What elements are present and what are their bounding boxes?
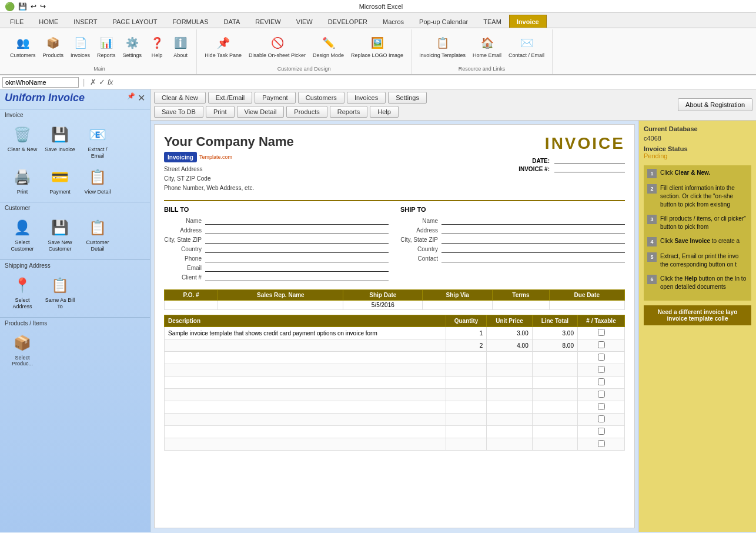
panel-btn-select-product[interactable]: 📦 Select Produc... (5, 330, 40, 370)
panel-btn-extract-email[interactable]: 📧 Extract / Email (80, 122, 115, 162)
save-icon[interactable]: 💾 (18, 2, 27, 11)
ribbon-btn-replace-logo[interactable]: 🖼️ Replace LOGO Image (348, 33, 406, 60)
action-btn-print[interactable]: Print (206, 106, 235, 118)
ribbon-btn-hide-task[interactable]: 📌 Hide Task Pane (202, 33, 245, 60)
formula-input[interactable] (115, 79, 754, 86)
item-desc-4[interactable] (165, 377, 446, 389)
panel-btn-view-detail[interactable]: 📋 View Detail (80, 164, 115, 198)
po-cell-terms[interactable] (493, 301, 549, 310)
bill-email-input[interactable] (205, 264, 389, 272)
panel-btn-clear-new[interactable]: 🗑️ Clear & New (5, 122, 40, 162)
item-desc-0[interactable]: Sample invoice template that shows credi… (165, 327, 446, 339)
item-qty-1[interactable]: 2 (446, 339, 487, 352)
bill-client-input[interactable] (205, 273, 389, 281)
item-desc-8[interactable] (165, 426, 446, 438)
item-desc-5[interactable] (165, 389, 446, 401)
action-btn-reports[interactable]: Reports (330, 106, 368, 118)
ribbon-btn-help[interactable]: ❓ Help (146, 33, 168, 60)
panel-btn-customer-detail[interactable]: 📋 Customer Detail (80, 215, 115, 255)
date-line[interactable] (554, 158, 625, 164)
tab-formulas[interactable]: FORMULAS (165, 15, 216, 28)
invoice-num-line[interactable] (554, 166, 625, 172)
action-btn-invoices[interactable]: Invoices (347, 92, 386, 104)
redo-icon[interactable]: ↪ (40, 2, 46, 11)
item-qty-2[interactable] (446, 352, 487, 364)
item-desc-6[interactable] (165, 401, 446, 414)
tab-popup-calendar[interactable]: Pop-up Calendar (412, 15, 476, 28)
po-cell-ship-via[interactable] (423, 301, 493, 310)
tab-team[interactable]: TEAM (476, 15, 509, 28)
item-total-2[interactable] (532, 352, 577, 364)
ribbon-btn-disable-picker[interactable]: 🚫 Disable On-sheet Picker (246, 33, 309, 60)
ribbon-btn-design-mode[interactable]: ✏️ Design Mode (310, 33, 347, 60)
ribbon-btn-about[interactable]: ℹ️ About (169, 33, 192, 60)
item-taxable-1[interactable] (578, 339, 625, 352)
ribbon-btn-home-email[interactable]: 🏠 Home Email (470, 33, 504, 60)
panel-btn-payment[interactable]: 💳 Payment (42, 164, 78, 198)
about-registration-btn[interactable]: About & Registration (678, 98, 752, 111)
po-cell-due-date[interactable] (549, 301, 624, 310)
bill-country-input[interactable] (205, 245, 389, 253)
action-btn-view-detail[interactable]: View Detail (237, 106, 285, 118)
item-desc-9[interactable] (165, 438, 446, 451)
ship-contact-input[interactable] (441, 254, 625, 262)
item-desc-1[interactable] (165, 339, 446, 352)
item-taxable-0[interactable] (578, 327, 625, 339)
item-qty-0[interactable]: 1 (446, 327, 487, 339)
tab-developer[interactable]: DEVELOPER (320, 15, 375, 28)
action-btn-clear-new[interactable]: Clear & New (154, 92, 206, 104)
panel-btn-print[interactable]: 🖨️ Print (5, 164, 40, 198)
confirm-formula-icon[interactable]: ✓ (99, 78, 105, 86)
bill-phone-input[interactable] (205, 254, 389, 262)
tab-data[interactable]: DATA (216, 15, 248, 28)
ribbon-btn-customers[interactable]: 👥 Customers (7, 33, 39, 60)
tab-home[interactable]: HOME (31, 15, 66, 28)
action-btn-save-to-db[interactable]: Save To DB (154, 106, 203, 118)
action-btn-help[interactable]: Help (370, 106, 399, 118)
item-desc-2[interactable] (165, 352, 446, 364)
tab-invoice[interactable]: Invoice (509, 15, 547, 28)
ribbon-btn-products[interactable]: 📦 Products (40, 33, 67, 60)
tab-macros[interactable]: Macros (375, 15, 412, 28)
panel-btn-select-customer[interactable]: 👤 Select Customer (5, 215, 40, 255)
item-desc-3[interactable] (165, 364, 446, 377)
action-btn-settings[interactable]: Settings (388, 92, 427, 104)
ribbon-btn-contact-email[interactable]: ✉️ Contact / Email (506, 33, 547, 60)
action-btn-payment[interactable]: Payment (255, 92, 295, 104)
ribbon-btn-invoices[interactable]: 📄 Invoices (68, 33, 93, 60)
bill-address-input[interactable] (205, 226, 389, 234)
ribbon-btn-reports[interactable]: 📊 Reports (94, 33, 119, 60)
tab-review[interactable]: REVIEW (247, 15, 288, 28)
item-price-1[interactable]: 4.00 (487, 339, 532, 352)
ship-country-input[interactable] (441, 245, 625, 253)
tab-file[interactable]: FILE (2, 15, 31, 28)
ribbon-btn-settings[interactable]: ⚙️ Settings (120, 33, 145, 60)
ship-city-input[interactable] (441, 235, 625, 244)
ribbon-btn-invoicing-templates[interactable]: 📋 Invoicing Templates (416, 33, 469, 60)
action-btn-customers[interactable]: Customers (298, 92, 344, 104)
bill-city-input[interactable] (205, 235, 389, 244)
action-btn-products[interactable]: Products (286, 106, 327, 118)
ship-name-input[interactable] (441, 216, 625, 225)
tab-insert[interactable]: INSERT (66, 15, 105, 28)
item-taxable-2[interactable] (578, 352, 625, 364)
po-cell-po[interactable] (165, 301, 218, 310)
panel-close-icon[interactable]: ✕ (138, 92, 145, 104)
item-total-1[interactable]: 8.00 (532, 339, 577, 352)
panel-btn-save-new-customer[interactable]: 💾 Save New Customer (42, 215, 78, 255)
ship-address-input[interactable] (441, 226, 625, 234)
item-total-0[interactable]: 3.00 (532, 327, 577, 339)
panel-pin-icon[interactable]: 📌 (127, 92, 135, 104)
panel-btn-same-as-bill[interactable]: 📋 Same As Bill To (42, 272, 78, 312)
action-btn-ext-email[interactable]: Ext./Email (208, 92, 253, 104)
panel-btn-select-address[interactable]: 📍 Select Address (5, 272, 40, 312)
bill-name-input[interactable] (205, 216, 389, 225)
cancel-formula-icon[interactable]: ✗ (90, 78, 96, 86)
name-box[interactable] (2, 77, 79, 88)
po-cell-ship-date[interactable]: 5/5/2016 (343, 301, 423, 310)
item-price-0[interactable]: 3.00 (487, 327, 532, 339)
item-price-2[interactable] (487, 352, 532, 364)
undo-icon[interactable]: ↩ (31, 2, 36, 11)
po-cell-sales-rep[interactable] (218, 301, 343, 310)
tab-view[interactable]: VIEW (289, 15, 320, 28)
